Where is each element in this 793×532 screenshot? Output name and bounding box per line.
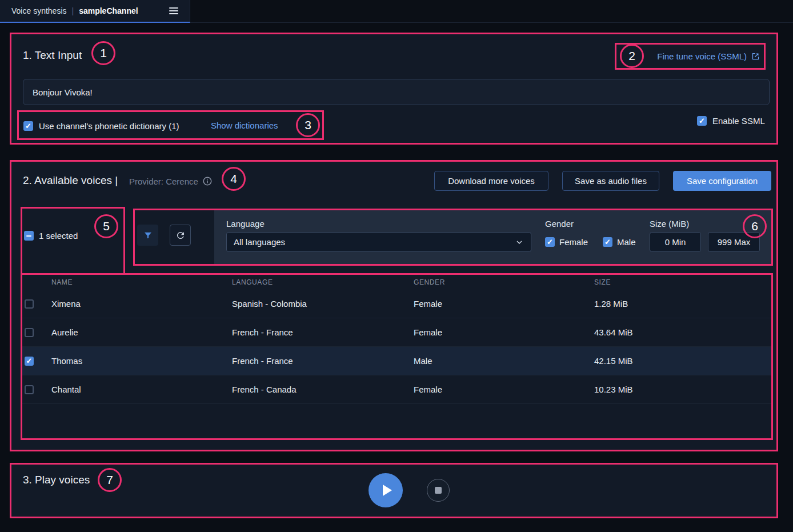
voice-language: French - Canada [232,385,414,394]
voice-size: 10.23 MiB [594,385,771,394]
column-header-language: LANGUAGE [232,278,414,286]
selected-count-row: 1 selected [24,231,78,241]
chevron-down-icon [515,238,524,247]
phonetic-dictionary-checkbox[interactable] [23,121,33,131]
stop-icon [435,487,442,494]
enable-ssml-checkbox[interactable] [697,116,707,126]
size-min-input[interactable]: 0 Min [650,232,701,252]
table-row: Thomas French - France Male 42.15 MiB [22,347,771,375]
enable-ssml-label: Enable SSML [712,116,765,126]
tab-app-title: Voice synthesis [11,6,67,15]
voice-language: French - France [232,356,414,366]
play-section-title: 3. Play voices [23,472,90,488]
info-icon[interactable] [202,176,213,186]
voices-section-title: 2. Available voices | [23,173,118,189]
voices-table: NAME LANGUAGE GENDER SIZE Ximena Spanish… [22,275,771,404]
column-header-gender: GENDER [414,278,594,286]
voice-size: 43.64 MiB [594,327,771,337]
language-select[interactable]: All languages [226,232,531,252]
tab-separator: | [72,6,74,15]
female-checkbox[interactable] [545,237,555,247]
stop-button[interactable] [427,479,450,502]
voice-checkbox[interactable] [25,328,34,337]
male-filter-row: Male [603,237,636,247]
female-filter-row: Female [545,237,588,247]
text-input-section-title: 1. Text Input [23,47,82,63]
filter-button[interactable] [137,225,158,246]
download-more-voices-button[interactable]: Download more voices [434,171,548,191]
app-window: Voice synthesis | sampleChannel 1. Text … [0,0,793,532]
male-checkbox[interactable] [603,237,612,247]
voice-name: Ximena [51,299,232,309]
voice-name: Chantal [51,385,232,394]
voices-table-header: NAME LANGUAGE GENDER SIZE [22,275,771,290]
menu-icon[interactable] [167,5,181,17]
play-icon [383,485,392,496]
tab-voice-synthesis[interactable]: Voice synthesis | sampleChannel [0,0,190,23]
phonetic-dictionary-label: Use channel's phonetic dictionary (1) [39,121,179,131]
show-dictionaries-link[interactable]: Show dictionaries [211,121,278,130]
tab-channel-name: sampleChannel [79,6,138,15]
table-row: Chantal French - Canada Female 10.23 MiB [22,375,771,404]
voice-language: Spanish - Colombia [232,299,414,309]
voice-checkbox[interactable] [25,357,34,366]
text-input[interactable] [23,79,770,105]
voice-checkbox[interactable] [25,385,34,394]
voice-gender: Female [414,299,594,309]
language-select-value: All languages [234,237,285,247]
male-label: Male [617,237,636,247]
voice-name: Thomas [51,356,232,366]
voice-name: Aurelie [51,327,232,337]
voice-gender: Male [414,356,594,366]
size-filter-label: Size (MiB) [650,218,689,230]
fine-tune-ssml-link[interactable]: Fine tune voice (SSML) [646,43,760,70]
refresh-icon [175,230,186,241]
gender-filter-label: Gender [545,218,574,230]
top-bar: Voice synthesis | sampleChannel [0,0,793,23]
refresh-button[interactable] [170,225,191,246]
column-header-size: SIZE [594,278,771,286]
size-max-input[interactable]: 999 Max [708,232,760,252]
external-link-icon [751,52,760,61]
provider-label: Provider: Cerence [129,176,198,187]
selected-count-label: 1 selected [39,231,78,241]
save-configuration-button[interactable]: Save configuration [673,171,771,191]
column-header-name: NAME [51,278,232,286]
voice-size: 42.15 MiB [594,356,771,366]
play-button[interactable] [369,473,403,507]
voice-gender: Female [414,385,594,394]
table-row: Aurelie French - France Female 43.64 MiB [22,318,771,347]
voice-size: 1.28 MiB [594,299,771,309]
voice-checkbox[interactable] [25,299,34,309]
voice-gender: Female [414,327,594,337]
select-all-checkbox[interactable] [24,231,34,241]
filter-icon [143,230,153,241]
phonetic-dictionary-row: Use channel's phonetic dictionary (1) [23,116,179,135]
table-row: Ximena Spanish - Colombia Female 1.28 Mi… [22,290,771,318]
female-label: Female [559,237,588,247]
save-as-audio-files-button[interactable]: Save as audio files [562,171,659,191]
voice-language: French - France [232,327,414,337]
language-filter-label: Language [226,218,265,230]
enable-ssml-row: Enable SSML [697,116,765,126]
fine-tune-ssml-label: Fine tune voice (SSML) [657,51,747,61]
